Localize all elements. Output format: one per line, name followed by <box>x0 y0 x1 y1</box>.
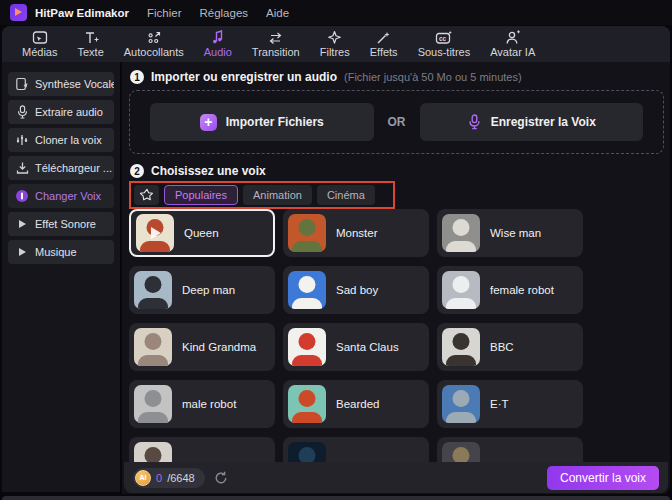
tab-filtres[interactable]: Filtres <box>310 30 360 58</box>
voice-tab-animation[interactable]: Animation <box>243 185 312 205</box>
doc-edit-icon <box>15 77 29 91</box>
avatar <box>145 276 162 293</box>
voice-name: E·T <box>490 398 509 410</box>
voice-name: female robot <box>490 284 554 296</box>
triangle-right-icon <box>15 245 29 259</box>
tab-label: Texte <box>77 46 103 58</box>
plus-icon: + <box>200 114 217 131</box>
avatar <box>453 276 470 293</box>
avatar <box>299 276 316 293</box>
menu-item-aide[interactable]: Aide <box>266 7 289 19</box>
voice-tab-cinema[interactable]: Cinéma <box>317 185 375 205</box>
menu-item-fichier[interactable]: Fichier <box>147 7 182 19</box>
or-label: OR <box>388 115 406 129</box>
text-icon <box>83 30 99 45</box>
voice-category-tabs: PopulairesAnimationCinéma <box>164 185 375 205</box>
sidebar-item-changer-voix[interactable]: Changer Voix <box>8 184 114 208</box>
voice-card-partial-13[interactable] <box>129 437 275 462</box>
triangle-right-icon <box>15 217 29 231</box>
avatar <box>299 333 316 350</box>
tab-texte[interactable]: Texte <box>67 30 113 58</box>
voice-card-bearded[interactable]: Bearded <box>283 380 429 428</box>
tab-label: Avatar IA <box>490 46 535 58</box>
tab-label: Médias <box>22 46 57 58</box>
toolbar: MédiasTexteAutocollantsAudioTransitionFi… <box>2 26 670 62</box>
tab-effets[interactable]: Effets <box>360 30 408 58</box>
voice-changer-icon <box>15 189 29 203</box>
import-dropzone[interactable]: + Importer Fichiers OR Enregistrer la Vo… <box>129 90 664 154</box>
stickers-icon <box>146 30 162 45</box>
step1-header: 1 Importer ou enregistrer un audio (Fich… <box>130 70 522 84</box>
record-voice-label: Enregistrer la Voix <box>491 115 596 129</box>
timeline-panel-edge <box>2 496 670 500</box>
step1-number-badge: 1 <box>130 70 144 84</box>
step2-number-badge: 2 <box>130 164 144 178</box>
avatar <box>446 298 476 309</box>
tab-label: Effets <box>370 46 398 58</box>
voice-card-female-robot[interactable]: female robot <box>437 266 583 314</box>
sidebar-item-cloner-la-voix[interactable]: Cloner la voix <box>8 128 114 152</box>
microphone-icon <box>467 114 482 130</box>
play-icon[interactable] <box>151 227 161 239</box>
voice-card-partial-15[interactable] <box>437 437 583 462</box>
sidebar-item-synthese-vocale[interactable]: Synthèse Vocale <box>8 72 114 96</box>
credits-pill[interactable]: AI 0 /6648 <box>133 468 205 488</box>
tab-medias[interactable]: Médias <box>12 30 67 58</box>
refresh-icon[interactable] <box>214 471 228 485</box>
sidebar-item-label: Extraire audio <box>35 106 103 118</box>
tab-audio[interactable]: Audio <box>194 30 242 58</box>
tab-transition[interactable]: Transition <box>242 30 310 58</box>
step2-title: Choisissez une voix <box>151 164 266 178</box>
voice-card-queen[interactable]: Queen <box>129 209 275 257</box>
voice-card-sad-boy[interactable]: Sad boy <box>283 266 429 314</box>
voice-card-wise-man[interactable]: Wise man <box>437 209 583 257</box>
tab-avatar-ia[interactable]: Avatar IA <box>480 30 545 58</box>
avatar <box>446 355 476 366</box>
menu-item-reglages[interactable]: Réglages <box>199 7 248 19</box>
voice-card-kind-grandma[interactable]: Kind Grandma <box>129 323 275 371</box>
voice-name: Bearded <box>336 398 379 410</box>
voice-thumbnail <box>442 271 480 309</box>
avatar <box>453 447 470 462</box>
voice-card-partial-14[interactable] <box>283 437 429 462</box>
mic-icon <box>15 105 29 119</box>
sidebar-item-label: Changer Voix <box>35 190 101 202</box>
voice-card-deep-man[interactable]: Deep man <box>129 266 275 314</box>
sidebar-item-label: Effet Sonore <box>35 218 96 230</box>
footer-bar: AI 0 /6648 Convertir la voix <box>124 462 668 493</box>
favorites-star-button[interactable] <box>134 185 159 205</box>
voice-thumbnail <box>288 328 326 366</box>
filters-icon <box>327 30 342 45</box>
record-voice-button[interactable]: Enregistrer la Voix <box>420 103 644 141</box>
voice-card-santa-claus[interactable]: Santa Claus <box>283 323 429 371</box>
tab-label: Audio <box>204 46 232 58</box>
voice-thumbnail <box>442 214 480 252</box>
convert-voice-button[interactable]: Convertir la voix <box>547 466 659 490</box>
avatar <box>299 219 316 236</box>
voice-tab-populaires[interactable]: Populaires <box>164 185 238 205</box>
step1-hint: (Fichier jusqu'à 50 Mo ou 5 minutes) <box>344 71 522 83</box>
avatar <box>145 333 162 350</box>
voice-card-bbc[interactable]: BBC <box>437 323 583 371</box>
avatar <box>292 241 322 252</box>
tab-autocollants[interactable]: Autocollants <box>114 30 194 58</box>
voice-card-e-t[interactable]: E·T <box>437 380 583 428</box>
avatar <box>446 412 476 423</box>
import-files-button[interactable]: + Importer Fichiers <box>150 103 374 141</box>
avatar <box>138 355 168 366</box>
voice-thumbnail <box>288 385 326 423</box>
voice-thumbnail <box>136 214 174 252</box>
avatar <box>292 355 322 366</box>
sidebar-item-extraire-audio[interactable]: Extraire audio <box>8 100 114 124</box>
tab-sous-titres[interactable]: ccSous-titres <box>408 30 481 58</box>
sidebar-item-telechargeur[interactable]: Téléchargeur ... <box>8 156 114 180</box>
voice-thumbnail <box>288 271 326 309</box>
wave-icon <box>15 133 29 147</box>
app-name: HitPaw Edimakor <box>35 7 129 19</box>
sidebar-item-effet-sonore[interactable]: Effet Sonore <box>8 212 114 236</box>
voice-card-male-robot[interactable]: male robot <box>129 380 275 428</box>
avatar <box>145 447 162 462</box>
sidebar-item-musique[interactable]: Musique <box>8 240 114 264</box>
voice-card-monster[interactable]: Monster <box>283 209 429 257</box>
subtitles-icon: cc <box>435 30 452 45</box>
